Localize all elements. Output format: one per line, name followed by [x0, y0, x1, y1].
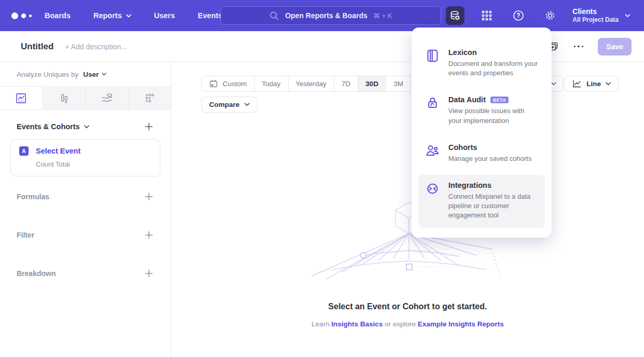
search-placeholder: Open Reports & Boards [285, 11, 367, 20]
add-filter-button[interactable] [145, 231, 153, 239]
nav-label: Reports [93, 11, 122, 20]
save-button[interactable]: Save [598, 38, 632, 56]
series-a-badge: A [19, 146, 29, 156]
empty-state-title: Select an Event or Cohort to get started… [171, 302, 644, 311]
chevron-down-icon [551, 82, 556, 86]
breakdown-label: Breakdown [17, 269, 56, 278]
add-breakdown-button[interactable] [145, 269, 153, 278]
more-options-button[interactable] [572, 44, 586, 50]
cohorts-people-icon [426, 144, 440, 158]
chevron-down-icon [606, 82, 611, 86]
help-icon: ? [513, 10, 524, 21]
formulas-section: Formulas [0, 178, 171, 215]
select-event-button[interactable]: Select Event [36, 147, 80, 155]
filter-section: Filter [0, 217, 171, 253]
chart-type-tabs [0, 86, 171, 110]
menu-item-title: Cohorts [448, 143, 477, 152]
database-gear-icon [449, 10, 461, 21]
date-range-yesterday[interactable]: Yesterday [289, 76, 335, 91]
chevron-down-icon [625, 13, 631, 18]
breakdown-section: Breakdown [0, 255, 171, 292]
analyze-by-dropdown[interactable]: User [83, 71, 106, 78]
audit-lock-icon [426, 96, 440, 110]
date-range-3m[interactable]: 3M [386, 76, 411, 91]
data-management-button[interactable] [446, 6, 464, 25]
line-style-icon [572, 79, 582, 88]
search-shortcut: ⌘ + K [373, 12, 392, 20]
primary-nav: Boards Reports Users Events [45, 11, 223, 20]
apps-grid-button[interactable] [477, 6, 496, 25]
nav-item-reports[interactable]: Reports [93, 11, 131, 20]
nav-label: Boards [45, 11, 71, 20]
date-range-label: Custom [223, 80, 247, 88]
example-insights-reports-link[interactable]: Example Insights Reports [418, 320, 504, 328]
menu-item-description: Document and transform your events and p… [448, 59, 539, 78]
chart-style-dropdown[interactable]: Line [564, 76, 619, 92]
global-search-input[interactable]: Open Reports & Boards ⌘ + K [221, 6, 441, 25]
tab-flow-chart[interactable] [85, 87, 128, 109]
explore-text: or explore [385, 320, 416, 328]
mixpanel-logo-icon[interactable] [11, 12, 38, 19]
svg-text:?: ? [517, 12, 520, 19]
nav-item-users[interactable]: Users [154, 11, 175, 20]
date-range-30d[interactable]: 30D [358, 76, 386, 91]
nav-item-boards[interactable]: Boards [45, 11, 71, 20]
add-event-button[interactable] [145, 122, 153, 131]
data-management-dropdown: Lexicon Document and transform your even… [412, 28, 552, 238]
nav-label: Events [198, 11, 223, 20]
chevron-down-icon [84, 125, 89, 129]
compare-dropdown[interactable]: Compare [201, 97, 257, 113]
book-icon [426, 49, 440, 63]
flow-icon [101, 92, 113, 104]
tab-line-chart[interactable] [0, 87, 43, 109]
menu-item-title: Data Audit [448, 95, 486, 104]
gear-icon [544, 10, 556, 21]
report-title[interactable]: Untitled [21, 42, 53, 52]
insights-basics-link[interactable]: Insights Basics [331, 320, 382, 328]
date-range-7d[interactable]: 7D [334, 76, 358, 91]
chart-area: Custom Today Yesterday 7D 30D 3M 6M Comp… [171, 62, 644, 357]
add-formula-button[interactable] [145, 193, 153, 201]
formulas-label: Formulas [17, 193, 49, 201]
integrations-sync-icon [426, 182, 440, 196]
learn-prefix: Learn [311, 320, 330, 328]
beta-badge: BETA [490, 97, 509, 104]
line-chart-icon [15, 92, 27, 104]
tab-metric-chart[interactable] [128, 87, 171, 109]
nav-label: Users [154, 11, 175, 20]
top-nav-bar: Boards Reports Users Events Open Reports… [0, 0, 644, 31]
events-cohorts-header[interactable]: Events & Cohorts [17, 122, 89, 131]
date-range-today[interactable]: Today [255, 76, 289, 91]
bar-chart-icon [58, 92, 70, 104]
query-builder-sidebar: Analyze Uniques by User [0, 62, 171, 357]
menu-item-cohorts[interactable]: Cohorts Manage your saved cohorts [418, 137, 545, 171]
chevron-down-icon [244, 103, 250, 106]
top-right-cluster: ? Clients All Project Data [446, 0, 644, 31]
menu-item-integrations[interactable]: Integrations Connect Mixpanel to a data … [418, 175, 545, 228]
aggregation-dropdown[interactable]: Count Total [36, 160, 152, 168]
analyze-by-value: User [83, 71, 99, 78]
compare-label: Compare [209, 101, 240, 108]
help-button[interactable]: ? [509, 6, 528, 25]
project-switcher[interactable]: Clients All Project Data [572, 7, 631, 24]
calendar-icon [209, 79, 218, 88]
menu-item-lexicon[interactable]: Lexicon Document and transform your even… [418, 42, 545, 85]
events-cohorts-label: Events & Cohorts [17, 122, 80, 131]
search-icon [269, 11, 279, 21]
menu-item-description: Manage your saved cohorts [448, 154, 531, 163]
metric-dots-icon [144, 92, 156, 104]
clients-label: Clients [572, 7, 619, 16]
settings-button[interactable] [541, 6, 559, 25]
menu-item-title: Lexicon [448, 48, 477, 57]
chart-style-label: Line [586, 80, 601, 88]
event-selector-card[interactable]: A Select Event Count Total [10, 139, 160, 176]
nav-item-events[interactable]: Events [198, 11, 223, 20]
menu-item-title: Integrations [448, 181, 491, 189]
menu-item-data-audit[interactable]: Data AuditBETA View possible issues with… [418, 89, 545, 132]
date-range-custom[interactable]: Custom [202, 76, 255, 91]
filter-label: Filter [17, 231, 34, 239]
add-description-field[interactable]: + Add description... [65, 43, 127, 51]
tab-bar-chart[interactable] [43, 87, 86, 109]
chevron-down-icon [102, 73, 106, 76]
project-name: All Project Data [572, 16, 619, 24]
